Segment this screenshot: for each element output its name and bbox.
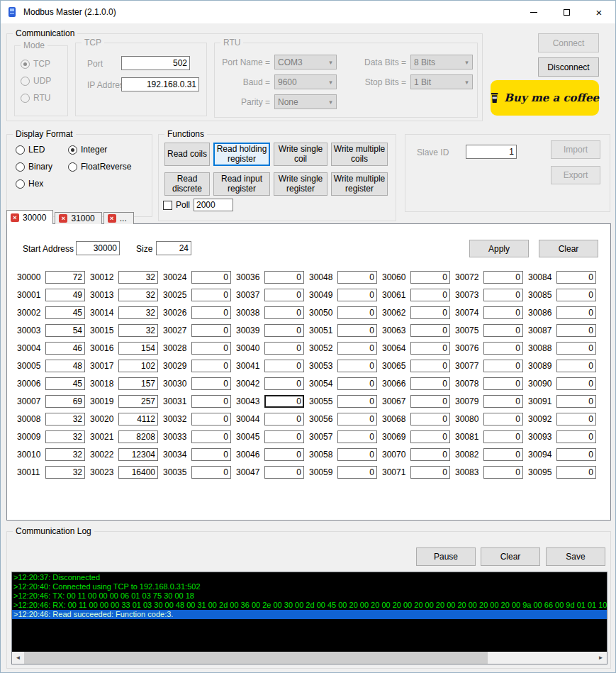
register-value-input[interactable] bbox=[556, 324, 596, 337]
radio-rtu[interactable]: RTU bbox=[21, 93, 51, 103]
register-value-input[interactable] bbox=[264, 324, 304, 337]
register-value-input[interactable] bbox=[410, 466, 450, 479]
panel-clear-button[interactable]: Clear bbox=[539, 240, 598, 257]
register-value-input[interactable] bbox=[556, 448, 596, 461]
radio-led[interactable]: LED bbox=[16, 145, 52, 155]
register-value-input[interactable] bbox=[191, 395, 231, 408]
register-value-input[interactable] bbox=[118, 271, 158, 284]
tab-close-icon[interactable]: × bbox=[59, 214, 67, 223]
register-value-input[interactable] bbox=[483, 395, 523, 408]
register-value-input[interactable] bbox=[264, 342, 304, 355]
register-value-input[interactable] bbox=[483, 413, 523, 426]
register-value-input[interactable] bbox=[410, 306, 450, 319]
tab-[interactable]: ×... bbox=[103, 212, 134, 224]
tab-31000[interactable]: ×31000 bbox=[55, 212, 101, 224]
register-value-input[interactable] bbox=[556, 360, 596, 372]
register-value-input[interactable] bbox=[483, 342, 523, 355]
buy-me-a-coffee-button[interactable]: Buy me a coffee bbox=[491, 80, 599, 116]
poll-checkbox[interactable] bbox=[163, 201, 172, 210]
register-value-input[interactable] bbox=[556, 430, 596, 443]
register-value-input[interactable] bbox=[337, 306, 377, 319]
register-value-input[interactable] bbox=[483, 448, 523, 461]
register-value-input[interactable] bbox=[556, 395, 596, 408]
register-value-input[interactable] bbox=[556, 306, 596, 319]
function-button-read-coils[interactable]: Read coils bbox=[164, 143, 210, 166]
register-value-input[interactable] bbox=[118, 324, 158, 337]
register-value-input[interactable] bbox=[410, 413, 450, 426]
register-value-input[interactable] bbox=[191, 360, 231, 372]
register-value-input[interactable] bbox=[410, 430, 450, 443]
port-input[interactable] bbox=[121, 56, 190, 70]
register-value-input[interactable] bbox=[410, 271, 450, 284]
register-value-input[interactable] bbox=[191, 271, 231, 284]
slave-id-input[interactable] bbox=[466, 145, 517, 159]
scroll-right-icon[interactable]: ► bbox=[595, 652, 607, 664]
title-bar[interactable]: Modbus Master (2.1.0.0) × bbox=[1, 1, 615, 23]
connect-button[interactable]: Connect bbox=[538, 33, 599, 52]
tab-30000[interactable]: ×30000 bbox=[6, 210, 53, 224]
scroll-left-icon[interactable]: ◄ bbox=[12, 652, 24, 664]
register-value-input[interactable] bbox=[556, 271, 596, 284]
radio-binary[interactable]: Binary bbox=[16, 162, 52, 172]
log-box[interactable]: >12:20:37: Disconnected>12:20:40: Connec… bbox=[11, 572, 607, 664]
register-value-input[interactable] bbox=[45, 324, 85, 337]
dropdown-baud[interactable]: 9600▾ bbox=[274, 74, 337, 89]
register-value-input[interactable] bbox=[337, 448, 377, 461]
register-value-input[interactable] bbox=[118, 289, 158, 301]
apply-button[interactable]: Apply bbox=[469, 240, 529, 257]
register-value-input[interactable] bbox=[410, 377, 450, 390]
register-value-input[interactable] bbox=[556, 466, 596, 479]
register-value-input[interactable] bbox=[118, 342, 158, 355]
register-value-input[interactable] bbox=[483, 324, 523, 337]
radio-tcp[interactable]: TCP bbox=[21, 59, 51, 69]
register-value-input[interactable] bbox=[337, 377, 377, 390]
register-value-input[interactable] bbox=[410, 395, 450, 408]
function-button-write-multiple-register[interactable]: Write multiple register bbox=[331, 172, 388, 196]
dropdown-port-name[interactable]: COM3▾ bbox=[274, 55, 337, 69]
register-value-input[interactable] bbox=[337, 395, 377, 408]
register-value-input[interactable] bbox=[45, 395, 85, 408]
close-button[interactable]: × bbox=[583, 1, 615, 23]
register-value-input[interactable] bbox=[45, 289, 85, 301]
register-value-input[interactable] bbox=[483, 430, 523, 443]
register-value-input[interactable] bbox=[118, 360, 158, 372]
minimize-button[interactable] bbox=[517, 1, 550, 23]
register-value-input[interactable] bbox=[45, 360, 85, 372]
function-button-write-single-register[interactable]: Write single register bbox=[274, 172, 327, 196]
register-value-input[interactable] bbox=[264, 289, 304, 301]
save-button[interactable]: Save bbox=[546, 547, 605, 566]
register-value-input[interactable] bbox=[337, 289, 377, 301]
register-value-input[interactable] bbox=[191, 377, 231, 390]
register-value-input[interactable] bbox=[337, 342, 377, 355]
ip-address-input[interactable] bbox=[121, 77, 199, 91]
register-value-input[interactable] bbox=[118, 466, 158, 479]
function-button-read-holding-register[interactable]: Read holding register bbox=[213, 143, 270, 166]
register-value-input[interactable] bbox=[45, 342, 85, 355]
register-value-input[interactable] bbox=[191, 324, 231, 337]
register-value-input[interactable] bbox=[45, 413, 85, 426]
function-button-write-multiple-coils[interactable]: Write multiple coils bbox=[331, 143, 388, 166]
register-value-input[interactable] bbox=[191, 342, 231, 355]
radio-floatreverse[interactable]: FloatReverse bbox=[68, 162, 131, 172]
register-value-input[interactable] bbox=[118, 377, 158, 390]
radio-integer[interactable]: Integer bbox=[68, 145, 131, 155]
register-value-input[interactable] bbox=[264, 430, 304, 443]
register-value-input[interactable] bbox=[118, 430, 158, 443]
register-value-input[interactable] bbox=[410, 342, 450, 355]
register-value-input[interactable] bbox=[410, 289, 450, 301]
register-value-input[interactable] bbox=[191, 289, 231, 301]
register-value-input[interactable] bbox=[45, 377, 85, 390]
register-value-input[interactable] bbox=[191, 413, 231, 426]
register-value-input[interactable] bbox=[483, 306, 523, 319]
register-value-input[interactable] bbox=[483, 466, 523, 479]
register-value-input[interactable] bbox=[264, 466, 304, 479]
scrollbar-thumb[interactable] bbox=[24, 652, 488, 664]
export-button[interactable]: Export bbox=[551, 166, 600, 184]
register-value-input[interactable] bbox=[337, 360, 377, 372]
register-value-input[interactable] bbox=[45, 466, 85, 479]
function-button-write-single-coil[interactable]: Write single coil bbox=[274, 143, 327, 166]
register-value-input[interactable] bbox=[264, 377, 304, 390]
dropdown-parity[interactable]: None▾ bbox=[274, 94, 337, 109]
radio-udp[interactable]: UDP bbox=[21, 76, 51, 86]
register-value-input[interactable] bbox=[410, 448, 450, 461]
